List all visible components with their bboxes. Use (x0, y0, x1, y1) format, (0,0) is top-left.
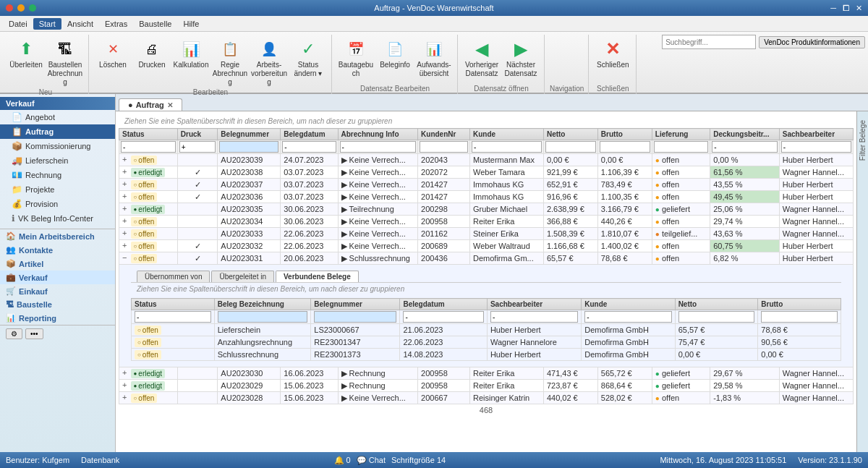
expand-icon[interactable]: + (122, 241, 127, 250)
sidebar-item-angebot[interactable]: 📄 Angebot (0, 110, 115, 124)
sub-table-data-row[interactable]: ○offen Anzahlungsrechnung RE23001347 22.… (132, 336, 841, 349)
expand-icon[interactable]: + (122, 204, 127, 213)
nachster-datensatz-button[interactable]: ▶ Nächster Datensatz (502, 36, 540, 80)
filter-sidebar[interactable]: Filter Belege (856, 111, 868, 452)
filter-brutto[interactable] (600, 141, 650, 153)
sidebar-nav-artikel[interactable]: 📦 Artikel (0, 257, 115, 271)
table-row[interactable]: + ●erledigt AU2023029 15.06.2023 ▶ Rechn… (119, 380, 854, 392)
sidebar-nav-mein-arbeitsbereich[interactable]: 🏠 Mein Arbeitsbereich (0, 229, 115, 243)
tab-auftrag[interactable]: ● Auftrag ✕ (119, 98, 182, 111)
menu-item-baustelle[interactable]: Baustelle (133, 18, 177, 30)
menu-item-ansicht[interactable]: Ansicht (61, 18, 99, 30)
filter-belegnummer[interactable] (219, 141, 278, 153)
vorheriger-datensatz-button[interactable]: ◀ Vorheriger Datensatz (463, 36, 501, 80)
sidebar-nav-kontakte[interactable]: 👥 Kontakte (0, 243, 115, 257)
table-row[interactable]: + ●erledigt AU2023030 16.06.2023 ▶ Rechn… (119, 367, 854, 380)
tab-close-icon[interactable]: ✕ (167, 101, 173, 109)
kalkulation-button[interactable]: 📊 Kalkulation (172, 36, 210, 71)
sidebar-settings-button[interactable]: ⚙ (6, 328, 22, 339)
arbeitsvorbereitung-button[interactable]: 👤 Arbeits­vorbereitung (250, 36, 288, 88)
sub-filter-status[interactable] (135, 311, 211, 323)
uberleiten-button[interactable]: ⬆ Überleiten (7, 36, 45, 71)
sub-filter-brutto[interactable] (761, 311, 838, 323)
filter-deckung[interactable] (712, 141, 778, 153)
expand-icon[interactable]: + (122, 229, 127, 237)
filter-sachbearbeiter[interactable] (781, 141, 851, 153)
filter-kundennr[interactable] (420, 141, 468, 153)
expand-icon[interactable]: + (122, 368, 127, 377)
expand-icon[interactable]: + (122, 380, 127, 389)
close-button[interactable]: ✕ (856, 4, 862, 13)
table-row[interactable]: + ○offen ✓ AU2023036 03.07.2023 ▶ Keine … (119, 191, 854, 203)
table-row[interactable]: + ○offen AU2023034 30.06.2023 ▶ Keine Ve… (119, 216, 854, 228)
minimize-button[interactable]: ─ (830, 4, 836, 12)
filter-belegdatum[interactable] (282, 141, 336, 153)
sidebar-nav-einkauf[interactable]: 🛒 Einkauf (0, 284, 115, 298)
sidebar-item-projekte[interactable]: 📁 Projekte (0, 182, 115, 197)
beleginfo-button[interactable]: 📄 Beleginfo (376, 36, 414, 71)
sidebar-item-rechnung[interactable]: 💶 Rechnung (0, 168, 115, 182)
expand-icon[interactable]: − (122, 253, 127, 262)
minimize-dot[interactable] (17, 4, 25, 12)
expand-icon[interactable]: + (122, 216, 127, 225)
sub-filter-kunde[interactable] (584, 311, 671, 323)
sub-table-data-row[interactable]: ○offen Schlussrechnung RE23001373 14.08.… (132, 349, 841, 361)
sidebar-nav-verkauf[interactable]: 💼 Verkauf (0, 271, 115, 284)
drucken-button[interactable]: 🖨 Drucken (133, 36, 171, 71)
baustellen-abrechnung-button[interactable]: 🏗 Baustellen Abrechnung (46, 36, 84, 88)
loschen-button[interactable]: ✕ Löschen (94, 36, 132, 71)
search-input[interactable] (662, 35, 756, 49)
statusbar-chat[interactable]: 💬 Chat (357, 456, 386, 465)
filter-kunde[interactable] (472, 141, 542, 153)
table-row[interactable]: − ○offen ✓ AU2023031 20.06.2023 ▶ Schlus… (119, 252, 854, 265)
aufwandsubersicht-button[interactable]: 📊 Aufwands­übersicht (415, 36, 453, 80)
expand-icon[interactable]: + (122, 167, 127, 176)
status-andern-button[interactable]: ✓ Status ändern ▾ (289, 36, 327, 80)
filter-lieferung[interactable] (654, 141, 708, 153)
table-row[interactable]: + ○offen AU2023039 24.07.2023 ▶ Keine Ve… (119, 154, 854, 166)
sidebar-item-kommissionierung[interactable]: 📦 Kommissionierung (0, 139, 115, 153)
sidebar-item-auftrag[interactable]: 📋 Auftrag (0, 124, 115, 139)
sidebar-nav-baustelle[interactable]: 🏗 Baustelle (0, 298, 115, 311)
table-row[interactable]: + ○offen AU2023033 22.06.2023 ▶ Keine Ve… (119, 228, 854, 240)
product-info-button[interactable]: VenDoc Produktinformationen (759, 36, 865, 48)
sub-filter-sachbearbeiter[interactable] (490, 311, 578, 323)
expand-icon[interactable]: + (122, 393, 127, 401)
sidebar-nav-reporting[interactable]: 📊 Reporting (0, 311, 115, 325)
filter-druck[interactable] (179, 141, 216, 153)
table-row[interactable]: + ○offen ✓ AU2023032 22.06.2023 ▶ Keine … (119, 240, 854, 252)
menu-item-start[interactable]: Start (33, 18, 61, 30)
restore-button[interactable]: ⧠ (842, 4, 850, 12)
maximize-dot[interactable] (29, 4, 36, 12)
sub-filter-belegnummer[interactable] (314, 311, 396, 323)
sub-filter-bezeichnung[interactable] (218, 311, 308, 323)
menu-item-hilfe[interactable]: Hilfe (177, 18, 205, 30)
schliesen-button[interactable]: ✕ Schließen (594, 36, 631, 71)
close-dot[interactable] (6, 4, 13, 12)
sub-tab-verbundene[interactable]: Verbundene Belege (276, 271, 359, 282)
filter-netto[interactable] (545, 141, 596, 153)
table-row[interactable]: + ●erledigt ✓ AU2023038 03.07.2023 ▶ Kei… (119, 166, 854, 179)
statusbar-alerts[interactable]: 🔔 0 (334, 456, 351, 465)
sidebar-more-button[interactable]: ••• (25, 328, 43, 339)
menu-item-extras[interactable]: Extras (99, 18, 133, 30)
expand-icon[interactable]: + (122, 192, 127, 200)
sub-tab-ubergeleitet[interactable]: Übergeleitet in (211, 271, 273, 282)
sub-filter-belegdatum[interactable] (403, 311, 483, 323)
table-row[interactable]: + ●erledigt AU2023035 30.06.2023 ▶ Teilr… (119, 203, 854, 216)
expand-icon[interactable]: + (122, 155, 127, 163)
sidebar-item-provision[interactable]: 💰 Provision (0, 197, 115, 211)
table-row[interactable]: + ○offen AU2023028 15.06.2023 ▶ Keine Ve… (119, 392, 854, 404)
filter-status[interactable] (121, 141, 176, 153)
sidebar-item-lieferschein[interactable]: 🚚 Lieferschein (0, 153, 115, 168)
sub-table-data-row[interactable]: ○offen Lieferschein LS23000667 21.06.202… (132, 324, 841, 336)
sub-tab-ubernommen[interactable]: Übernommen von (137, 271, 210, 282)
bautagebuch-button[interactable]: 📅 Bautagebuch (337, 36, 375, 80)
statusbar-font[interactable]: Schriftgröße 14 (391, 456, 446, 465)
filter-abrechnung[interactable] (340, 141, 417, 153)
menu-item-datei[interactable]: Datei (3, 18, 33, 30)
regie-abrechnung-button[interactable]: 📋 Regie Abrechnung (211, 36, 249, 88)
sidebar-item-vk-beleg[interactable]: ℹ VK Beleg Info-Center (0, 211, 115, 226)
expand-icon[interactable]: + (122, 179, 127, 188)
sub-filter-netto[interactable] (678, 311, 755, 323)
